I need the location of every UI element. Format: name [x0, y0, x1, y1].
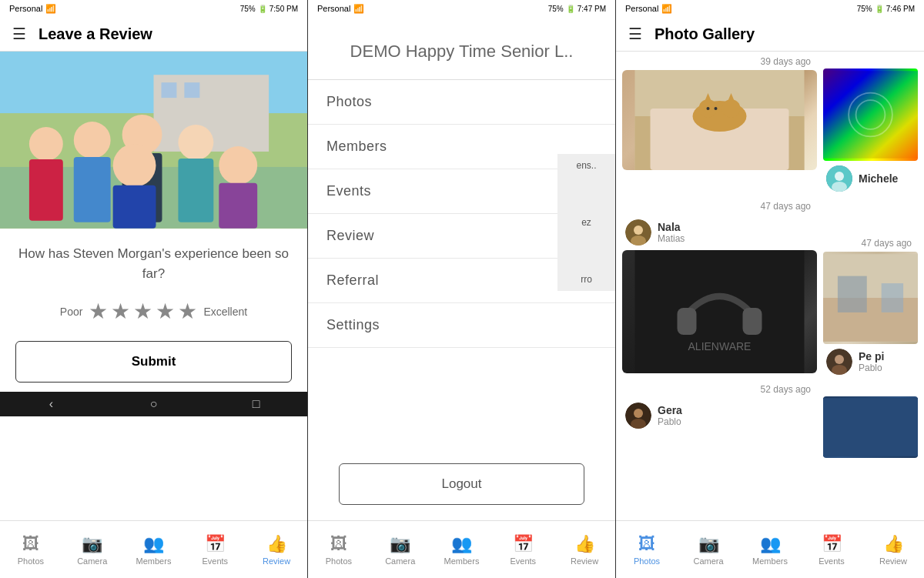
photo-headphones[interactable]: ALIENWARE: [622, 250, 817, 373]
star-rating[interactable]: ★ ★ ★ ★ ★: [89, 299, 197, 324]
review-question: How has Steven Morgan's experience been …: [0, 229, 307, 291]
nav-photos-right[interactable]: 🖼 Photos: [616, 534, 678, 566]
star-2[interactable]: ★: [111, 299, 130, 324]
review-icon-mid: 👍: [574, 534, 595, 554]
svg-point-35: [634, 226, 643, 235]
bottom-nav-right: 🖼 Photos 📷 Camera 👥 Members 📅 Events 👍 R…: [616, 520, 924, 578]
excellent-label: Excellent: [203, 306, 247, 318]
logout-button[interactable]: Logout: [339, 463, 584, 505]
nav-review-right[interactable]: 👍 Review: [862, 534, 924, 566]
svg-rect-44: [882, 283, 903, 312]
gallery-right-1: Michele: [820, 52, 924, 196]
left-phone: Personal 📶 75% 🔋 7:50 PM ☰ Leave a Revie…: [0, 0, 308, 578]
svg-point-8: [74, 122, 111, 159]
menu-icon-right[interactable]: ☰: [628, 25, 642, 43]
user-info-nala: Nala Matias: [658, 221, 685, 244]
nav-camera-mid[interactable]: 📷 Camera: [370, 534, 431, 566]
nav-photos-label-left: Photos: [18, 556, 44, 566]
time-right: 7:46 PM: [886, 5, 915, 13]
menu-item-settings[interactable]: Settings: [308, 303, 615, 348]
battery-middle: 75%: [548, 5, 564, 13]
nav-photos-mid[interactable]: 🖼 Photos: [308, 534, 370, 566]
user-name-michele: Michele: [859, 172, 898, 185]
user-sub-nala: Matias: [658, 233, 685, 244]
time-left: 7:50 PM: [270, 5, 298, 13]
menu-item-photos[interactable]: Photos: [308, 80, 615, 125]
photo-cat[interactable]: [622, 70, 817, 170]
middle-phone: Personal 📶 75% 🔋 7:47 PM DEMO Happy Time…: [308, 0, 616, 578]
nav-camera-label-left: Camera: [77, 556, 107, 566]
svg-rect-9: [74, 157, 111, 222]
star-3[interactable]: ★: [133, 299, 152, 324]
photo-blue[interactable]: [823, 396, 918, 458]
user-name-nala: Nala: [658, 221, 685, 233]
svg-rect-17: [219, 183, 257, 229]
svg-point-12: [178, 125, 213, 160]
user-info-pepi: Pe pi Pablo: [859, 350, 884, 373]
svg-rect-15: [113, 185, 156, 229]
star-1[interactable]: ★: [89, 299, 108, 324]
nav-members-right[interactable]: 👥 Members: [739, 534, 801, 566]
partial-text-3: rro: [561, 274, 612, 285]
submit-button[interactable]: Submit: [15, 341, 292, 383]
gallery-content: 39 days ago: [616, 52, 924, 553]
svg-rect-37: [635, 250, 805, 373]
people-group-image: [0, 52, 307, 229]
blue-photo-svg: [823, 396, 918, 458]
home-button-left[interactable]: ○: [145, 395, 163, 413]
status-bar-right: Personal 📶 75% 🔋 7:46 PM: [616, 0, 924, 17]
nav-photos-label-right: Photos: [634, 556, 660, 566]
nav-members-mid[interactable]: 👥 Members: [431, 534, 493, 566]
nav-camera-left[interactable]: 📷 Camera: [62, 534, 123, 566]
nav-members-label-right: Members: [752, 556, 788, 566]
gallery-section-2: 47 days ago Nala Matias: [616, 196, 924, 379]
recents-button-left[interactable]: □: [247, 395, 266, 413]
nav-events-left[interactable]: 📅 Events: [184, 534, 246, 566]
camera-icon-mid: 📷: [390, 534, 410, 554]
nav-events-label-mid: Events: [510, 556, 536, 566]
photo-art[interactable]: [823, 68, 918, 161]
nav-review-left[interactable]: 👍 Review: [246, 534, 307, 566]
user-tag-gera: Gera Pablo: [622, 398, 817, 433]
svg-point-27: [715, 107, 718, 110]
nav-review-mid[interactable]: 👍 Review: [554, 534, 615, 566]
star-5[interactable]: ★: [178, 299, 197, 324]
status-bar-left: Personal 📶 75% 🔋 7:50 PM: [0, 0, 307, 17]
headphones-photo-svg: ALIENWARE: [622, 250, 817, 373]
art-photo-svg: [823, 68, 918, 161]
svg-rect-4: [184, 82, 199, 98]
group-photo-svg: [0, 52, 307, 229]
gallery-left-3: 52 days ago Gera Pablo: [616, 379, 820, 433]
svg-point-32: [835, 172, 844, 181]
user-tag-pepi: Pe pi Pablo: [823, 344, 918, 379]
user-sub-pepi: Pablo: [859, 363, 884, 373]
poor-label: Poor: [60, 306, 83, 318]
app-title: DEMO Happy Time Senior L..: [323, 40, 600, 64]
back-button-left[interactable]: ‹: [42, 395, 61, 413]
nav-events-mid[interactable]: 📅 Events: [492, 534, 554, 566]
menu-header: DEMO Happy Time Senior L..: [308, 17, 615, 80]
nav-members-left[interactable]: 👥 Members: [123, 534, 185, 566]
star-4[interactable]: ★: [156, 299, 175, 324]
nav-camera-right[interactable]: 📷 Camera: [678, 534, 739, 566]
user-sub-gera: Pablo: [658, 416, 682, 427]
nav-events-right[interactable]: 📅 Events: [801, 534, 862, 566]
user-tag-michele: Michele: [823, 161, 918, 196]
events-icon-mid: 📅: [513, 534, 534, 554]
avatar-gera: [625, 403, 651, 429]
partial-text-1: ens..: [561, 160, 612, 171]
cat-photo-svg: [622, 70, 817, 170]
menu-icon-left[interactable]: ☰: [12, 25, 26, 43]
svg-rect-43: [838, 276, 867, 312]
timestamp-2b: 47 days ago: [823, 233, 918, 252]
avatar-pepi: [826, 349, 852, 375]
left-page-title: Leave a Review: [38, 25, 152, 43]
svg-point-49: [634, 409, 643, 418]
photo-room[interactable]: [823, 252, 918, 344]
photos-icon-mid: 🖼: [330, 534, 347, 554]
gallery-right-3: [820, 379, 924, 458]
user-tag-nala: Nala Matias: [622, 215, 817, 250]
svg-rect-13: [178, 159, 213, 222]
time-middle: 7:47 PM: [578, 5, 606, 13]
nav-photos-left[interactable]: 🖼 Photos: [0, 534, 62, 566]
